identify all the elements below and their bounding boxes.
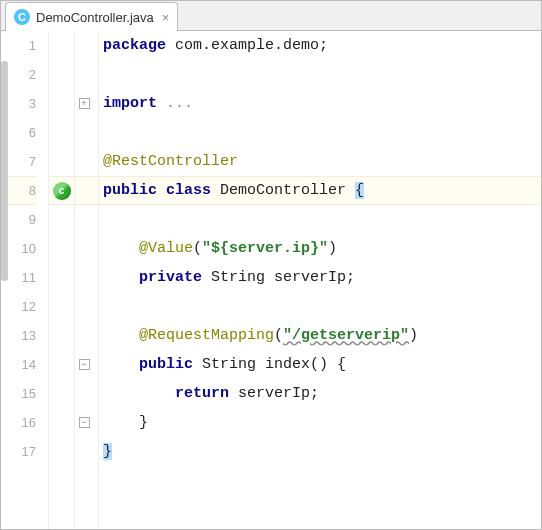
- code-editor[interactable]: 1 2 3 6 7 8 9 10 11 12 13 14 15 16 17 c …: [1, 31, 541, 529]
- code-line: private String serverIp;: [99, 269, 355, 286]
- line-number: 17: [1, 437, 36, 466]
- close-icon[interactable]: ×: [162, 10, 170, 25]
- code-line: @RestController: [99, 153, 238, 170]
- java-class-icon: C: [14, 9, 30, 25]
- code-line: public String index() {: [99, 356, 346, 373]
- line-number: 15: [1, 379, 36, 408]
- tab-title: DemoController.java: [36, 10, 154, 25]
- gutter-markers: c: [49, 31, 75, 529]
- code-line: import ...: [99, 95, 193, 112]
- vertical-scrollbar[interactable]: [1, 61, 8, 281]
- fold-collapse-icon[interactable]: −: [79, 417, 90, 428]
- code-line: public class DemoController {: [99, 182, 364, 199]
- code-line: @RequestMapping("/getserverip"): [99, 327, 418, 344]
- line-number: 12: [1, 292, 36, 321]
- line-number: 14: [1, 350, 36, 379]
- code-line: }: [99, 443, 112, 460]
- fold-gutter: + − −: [75, 31, 93, 529]
- line-number-gutter: 1 2 3 6 7 8 9 10 11 12 13 14 15 16 17: [1, 31, 49, 529]
- tab-bar: C DemoController.java ×: [1, 1, 541, 31]
- file-tab[interactable]: C DemoController.java ×: [5, 2, 178, 31]
- line-number: 16: [1, 408, 36, 437]
- code-line: }: [99, 414, 148, 431]
- code-line: return serverIp;: [99, 385, 319, 402]
- spring-bean-icon[interactable]: c: [53, 182, 71, 200]
- line-number: 1: [1, 31, 36, 60]
- fold-collapse-icon[interactable]: −: [79, 359, 90, 370]
- code-line: package com.example.demo;: [99, 37, 328, 54]
- fold-expand-icon[interactable]: +: [79, 98, 90, 109]
- line-number: 13: [1, 321, 36, 350]
- code-line: @Value("${server.ip}"): [99, 240, 337, 257]
- code-area[interactable]: package com.example.demo; import ... @Re…: [99, 31, 541, 529]
